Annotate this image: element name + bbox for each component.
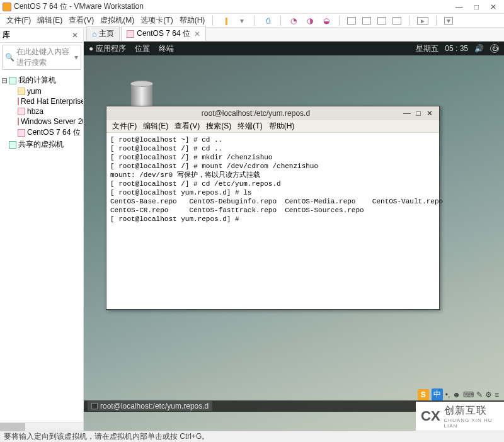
cn-indicator[interactable]: 中 xyxy=(432,388,443,400)
library-close-icon[interactable]: ✕ xyxy=(69,31,81,40)
terminal-minimize[interactable]: — xyxy=(401,109,413,118)
input-method-bar[interactable]: S 中 •, ☻ ⌨ ✎ ⚙ ≡ xyxy=(418,388,499,400)
fullscreen-icon[interactable]: ▸ xyxy=(417,17,428,25)
search-placeholder: 在此处键入内容进行搜索 xyxy=(16,47,74,68)
ime-skin-icon[interactable]: ✎ xyxy=(476,390,483,399)
menu-view[interactable]: 查看(V) xyxy=(66,14,96,27)
folder-icon xyxy=(18,88,25,95)
ime-face-icon[interactable]: ☻ xyxy=(452,390,461,399)
tree-item-rhel[interactable]: Red Hat Enterprise Lin xyxy=(1,96,82,106)
terminal-window: root@localhost:/etc/yum.repos.d — □ ✕ 文件… xyxy=(106,106,440,310)
tree-item-hbza[interactable]: hbza xyxy=(1,106,82,116)
home-icon: ⌂ xyxy=(92,30,96,38)
gnome-time: 05 : 35 xyxy=(445,44,468,53)
term-menu-search[interactable]: 搜索(S) xyxy=(204,121,233,132)
shared-icon xyxy=(9,141,16,149)
term-menu-file[interactable]: 文件(F) xyxy=(110,121,139,132)
volume-icon[interactable]: 🔊 xyxy=(474,44,484,53)
term-menu-edit[interactable]: 编辑(E) xyxy=(141,121,170,132)
terminal-output[interactable]: [ root@localhost ~] # cd .. [ root@local… xyxy=(106,133,439,309)
tab-close-icon[interactable]: ✕ xyxy=(194,30,200,38)
tab-centos[interactable]: CentOS 7 64 位✕ xyxy=(121,26,206,41)
window-titlebar: CentOS 7 64 位 - VMware Workstation — □ ✕ xyxy=(0,0,504,14)
terminal-menubar: 文件(F) 编辑(E) 查看(V) 搜索(S) 终端(T) 帮助(H) xyxy=(106,120,439,133)
terminal-close[interactable]: ✕ xyxy=(424,109,435,118)
terminal-task-icon xyxy=(91,403,98,409)
gnome-day: 星期五 xyxy=(416,43,438,54)
main-area: ⌂主页 CentOS 7 64 位✕ ● 应用程序 位置 终端 星期五 05 :… xyxy=(84,28,504,431)
tab-home[interactable]: ⌂主页 xyxy=(86,26,120,41)
layout2-icon[interactable] xyxy=(362,17,371,25)
taskbar-terminal[interactable]: root@localhost:/etc/yum.repos.d xyxy=(88,401,212,411)
menu-edit[interactable]: 编辑(E) xyxy=(35,14,65,27)
pause-icon[interactable]: || xyxy=(220,16,231,26)
trash-icon[interactable] xyxy=(131,81,152,108)
power-icon[interactable]: ⏻ xyxy=(490,44,499,53)
library-header: 库 ✕ xyxy=(0,28,83,43)
term-menu-help[interactable]: 帮助(H) xyxy=(267,121,297,132)
sogou-icon[interactable]: S xyxy=(418,389,429,400)
vm-icon xyxy=(18,118,19,125)
logo-mark: CX xyxy=(421,408,440,424)
ime-punct-icon[interactable]: •, xyxy=(445,390,450,399)
terminal-titlebar[interactable]: root@localhost:/etc/yum.repos.d — □ ✕ xyxy=(106,106,439,120)
search-icon: 🔍 xyxy=(5,53,14,62)
sidebar-scrollbar[interactable] xyxy=(0,422,83,431)
window-controls: — □ ✕ xyxy=(455,3,501,11)
computer-icon xyxy=(9,77,16,84)
watermark-logo: CX 创新互联 CHUANG XIN HU LIAN xyxy=(416,402,504,431)
send-icon[interactable]: ⎙ xyxy=(263,16,273,26)
gnome-topbar: ● 应用程序 位置 终端 星期五 05 : 35 🔊 ⏻ xyxy=(84,42,504,55)
unity-icon[interactable]: ▾ xyxy=(444,17,453,25)
manage-icon[interactable]: ◒ xyxy=(321,16,331,26)
minimize-button[interactable]: — xyxy=(455,3,463,11)
menu-tabs[interactable]: 选项卡(T) xyxy=(138,14,175,27)
app-icon xyxy=(3,3,11,11)
terminal-maximize[interactable]: □ xyxy=(413,109,424,118)
window-title: CentOS 7 64 位 - VMware Workstation xyxy=(14,1,455,12)
maximize-button[interactable]: □ xyxy=(474,3,479,11)
dropdown-icon[interactable]: ▾ xyxy=(237,16,247,26)
ime-menu-icon[interactable]: ≡ xyxy=(495,390,499,399)
vm-icon xyxy=(18,98,19,105)
tree-shared[interactable]: 共享的虚拟机 xyxy=(1,139,82,150)
ime-keyboard-icon[interactable]: ⌨ xyxy=(463,390,474,399)
search-dropdown-icon[interactable]: ▾ xyxy=(74,53,78,62)
terminal-title: root@localhost:/etc/yum.repos.d xyxy=(110,109,401,118)
menu-help[interactable]: 帮助(H) xyxy=(177,14,208,27)
tree-item-centos[interactable]: CentOS 7 64 位 xyxy=(1,127,82,139)
logo-subtext: CHUANG XIN HU LIAN xyxy=(444,417,499,429)
status-text: 要将输入定向到该虚拟机，请在虚拟机内部单击或按 Ctrl+G。 xyxy=(4,431,209,442)
tree-root[interactable]: ⊟我的计算机 xyxy=(1,74,82,86)
vm-icon xyxy=(18,129,25,137)
logo-text: 创新互联 xyxy=(444,404,499,417)
layout3-icon[interactable] xyxy=(377,17,386,25)
gnome-terminal-menu[interactable]: 终端 xyxy=(159,43,174,54)
vm-icon xyxy=(127,30,134,38)
menu-vm[interactable]: 虚拟机(M) xyxy=(98,14,137,27)
ime-settings-icon[interactable]: ⚙ xyxy=(485,390,492,399)
snapshot-icon[interactable]: ◔ xyxy=(289,16,299,26)
term-menu-view[interactable]: 查看(V) xyxy=(173,121,202,132)
gnome-applications[interactable]: ● 应用程序 xyxy=(89,43,126,54)
term-menu-terminal[interactable]: 终端(T) xyxy=(236,121,264,132)
tabstrip: ⌂主页 CentOS 7 64 位✕ xyxy=(84,28,504,42)
revert-icon[interactable]: ◑ xyxy=(305,16,315,26)
tree-item-winserver[interactable]: Windows Server 2008 xyxy=(1,116,82,127)
layout1-icon[interactable] xyxy=(347,17,356,25)
layout4-icon[interactable] xyxy=(392,17,401,25)
close-button[interactable]: ✕ xyxy=(490,3,496,11)
vm-tree: ⊟我的计算机 yum Red Hat Enterprise Lin hbza W… xyxy=(0,72,83,422)
library-title: 库 xyxy=(3,30,69,40)
menu-file[interactable]: 文件(F) xyxy=(4,14,33,27)
vm-desktop[interactable]: root@localhost:/etc/yum.repos.d — □ ✕ 文件… xyxy=(84,55,504,431)
vm-icon xyxy=(18,108,25,115)
statusbar: 要将输入定向到该虚拟机，请在虚拟机内部单击或按 Ctrl+G。 xyxy=(0,431,504,442)
menubar: 文件(F) 编辑(E) 查看(V) 虚拟机(M) 选项卡(T) 帮助(H) ||… xyxy=(0,14,504,28)
search-input[interactable]: 🔍 在此处键入内容进行搜索 ▾ xyxy=(2,45,81,70)
tree-item-yum[interactable]: yum xyxy=(1,86,82,96)
sidebar: 库 ✕ 🔍 在此处键入内容进行搜索 ▾ ⊟我的计算机 yum Red Hat E… xyxy=(0,28,84,431)
gnome-places[interactable]: 位置 xyxy=(135,43,150,54)
